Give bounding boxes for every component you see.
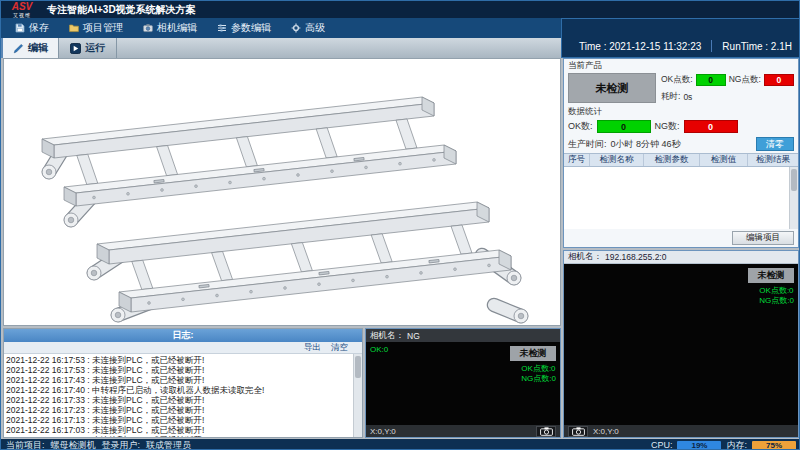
- cpu-usage-bar: 19%: [677, 441, 721, 450]
- runtime-label: RunTime : 2.1H: [722, 41, 792, 52]
- tabrow: 编辑 运行: [1, 38, 561, 58]
- camera-ng-status-badge: 未检测: [510, 346, 556, 361]
- col-value: 检测值: [700, 154, 748, 166]
- sliders-icon: [217, 23, 227, 33]
- log-export-button[interactable]: 导出: [304, 342, 321, 354]
- 3d-viewport[interactable]: [3, 58, 561, 326]
- camera-panel-ng: 相机名： NG OK:0 未检测 OK点数:0 NG点数:0 X:0,Y:0: [365, 328, 561, 438]
- memory-label: 内存:: [726, 439, 747, 450]
- app-title: 专注智能AI+3D视觉系统解决方案: [47, 3, 196, 17]
- camera-ng-coords: X:0,Y:0: [370, 427, 396, 436]
- camera-panel-main: 相机名： 192.168.255.2:0 未检测 OK点数:0 NG点数:0 X…: [563, 250, 799, 438]
- menu-param-label: 参数编辑: [231, 21, 271, 35]
- camera-status-badge: 未检测: [748, 268, 794, 283]
- asv-logo: ASV 艾视维: [5, 2, 39, 18]
- ok-count-label: OK数:: [568, 120, 593, 133]
- main-window: ASV 艾视维 专注智能AI+3D视觉系统解决方案 保存 项目管理 相机编辑 参…: [0, 0, 800, 450]
- camera-shutter-icon: [540, 427, 553, 436]
- menu-camera-edit[interactable]: 相机编辑: [133, 18, 207, 38]
- project-label: 当前项目:: [6, 439, 45, 450]
- camera-name-label: 相机名：: [568, 251, 602, 263]
- logo-text: ASV: [12, 2, 33, 12]
- titlebar: ASV 艾视维 专注智能AI+3D视觉系统解决方案: [1, 1, 800, 18]
- snapshot-button[interactable]: [568, 426, 588, 437]
- production-time-label: 生产时间:: [568, 138, 607, 151]
- log-panel: 日志: 导出 清空 2021-12-22 16:17:53 : 未连接到PLC，…: [3, 328, 363, 438]
- time-divider: [711, 40, 712, 52]
- log-line: 2021-12-22 16:17:40 : 中转程序已启动，读取机器人数据未读取…: [6, 385, 350, 395]
- elapsed-value: 0s: [683, 92, 692, 102]
- tab-run-label: 运行: [85, 41, 105, 55]
- elapsed-label: 耗时:: [661, 91, 680, 103]
- camera-ng-overlay-topleft: OK:0: [370, 345, 388, 354]
- log-title: 日志:: [4, 329, 362, 342]
- col-index: 序号: [564, 154, 590, 166]
- camera-overlay-counts: OK点数:0 NG点数:0: [759, 286, 794, 306]
- camera-coords: X:0,Y:0: [593, 427, 619, 436]
- menu-project-manage[interactable]: 项目管理: [59, 18, 133, 38]
- log-line: 2021-12-22 16:17:53 : 未连接到PLC，或已经被断开!: [6, 355, 350, 365]
- overlay-ng: NG点数:0: [521, 374, 556, 384]
- ok-points-label: OK点数:: [661, 74, 693, 86]
- current-product-label: 当前产品: [564, 59, 798, 72]
- log-scrollbar[interactable]: [353, 354, 362, 437]
- menu-save-label: 保存: [29, 21, 49, 35]
- overlay-ok: OK点数:0: [521, 364, 556, 374]
- menu-param-edit[interactable]: 参数编辑: [207, 18, 281, 38]
- tab-edit-label: 编辑: [28, 41, 48, 55]
- camera-ng-overlay-counts: OK点数:0 NG点数:0: [521, 364, 556, 384]
- log-line: 2021-12-22 16:17:03 : 未连接到PLC，或已经被断开!: [6, 425, 350, 435]
- camera-view-main[interactable]: 未检测 OK点数:0 NG点数:0: [564, 264, 798, 425]
- logo-subtext: 艾视维: [13, 12, 31, 18]
- camera-name-value: 192.168.255.2:0: [605, 252, 666, 262]
- detection-table-body: [564, 167, 798, 229]
- ng-points-label: NG点数:: [729, 74, 761, 86]
- col-name: 检测名称: [590, 154, 644, 166]
- log-line: 2021-12-22 16:17:33 : 未连接到PLC，或已经被断开!: [6, 395, 350, 405]
- snapshot-button-ng[interactable]: [536, 426, 556, 437]
- detection-panel: 当前产品 未检测 OK点数: 0 NG点数: 0 耗时: 0s 数据统计 OK数…: [563, 58, 799, 248]
- log-line: 2021-12-22 16:16:53 : 未连接到PLC，或已经被断开!: [6, 435, 350, 437]
- detection-table-header: 序号 检测名称 检测参数 检测值 检测结果: [564, 153, 798, 167]
- ng-points-value: 0: [764, 74, 794, 86]
- time-label: Time : 2021-12-15 11:32:23: [579, 41, 701, 52]
- menu-project-label: 项目管理: [83, 21, 123, 35]
- chassis-3d-model: [4, 59, 560, 325]
- table-scrollbar[interactable]: [789, 167, 798, 229]
- tab-run[interactable]: 运行: [59, 38, 117, 58]
- log-line: 2021-12-22 16:17:53 : 未连接到PLC，或已经被断开!: [6, 365, 350, 375]
- ng-count-value: 0: [684, 120, 738, 133]
- log-entries: 2021-12-22 16:17:53 : 未连接到PLC，或已经被断开! 20…: [4, 354, 362, 437]
- stats-label: 数据统计: [564, 105, 798, 118]
- user-value: 联成管理员: [146, 439, 191, 450]
- status-badge: 未检测: [568, 73, 656, 103]
- pencil-icon: [13, 43, 24, 54]
- ok-count-value: 0: [597, 120, 651, 133]
- log-line: 2021-12-22 16:17:13 : 未连接到PLC，或已经被断开!: [6, 415, 350, 425]
- menu-advanced[interactable]: 高级: [281, 18, 335, 38]
- ok-points-value: 0: [696, 74, 726, 86]
- col-result: 检测结果: [748, 154, 798, 166]
- play-icon: [70, 43, 81, 54]
- menu-save[interactable]: 保存: [5, 18, 59, 38]
- save-icon: [15, 23, 25, 33]
- tab-edit[interactable]: 编辑: [1, 38, 59, 58]
- overlay-ng: NG点数:0: [759, 296, 794, 306]
- camera-view-ng[interactable]: OK:0 未检测 OK点数:0 NG点数:0: [366, 342, 560, 425]
- statusbar: 当前项目: 螺母检测机 登录用户: 联成管理员 CPU: 19% 内存: 75%: [1, 439, 800, 450]
- memory-usage-bar: 75%: [752, 441, 796, 450]
- time-block: Time : 2021-12-15 11:32:23 RunTime : 2.1…: [561, 18, 800, 58]
- ng-count-label: NG数:: [655, 120, 680, 133]
- log-clear-button[interactable]: 清空: [331, 342, 348, 354]
- edit-project-button[interactable]: 编辑项目: [732, 231, 794, 245]
- cpu-label: CPU:: [651, 440, 673, 450]
- col-params: 检测参数: [644, 154, 700, 166]
- folder-icon: [69, 23, 79, 33]
- log-line: 2021-12-22 16:17:23 : 未连接到PLC，或已经被断开!: [6, 405, 350, 415]
- clear-button[interactable]: 清零: [756, 137, 794, 151]
- overlay-ok: OK点数:0: [759, 286, 794, 296]
- menu-advanced-label: 高级: [305, 21, 325, 35]
- menu-camera-label: 相机编辑: [157, 21, 197, 35]
- camera-ng-name-value: NG: [407, 331, 420, 341]
- user-label: 登录用户:: [102, 439, 141, 450]
